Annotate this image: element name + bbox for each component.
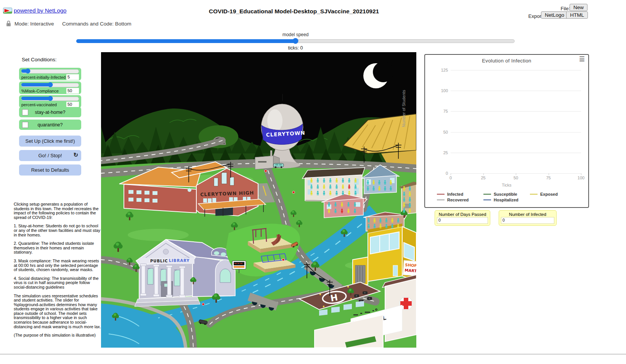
x-tick-50: 50 [510, 176, 522, 180]
set-conditions-heading: Set Conditions: [22, 57, 57, 62]
world-view[interactable]: CLERYTOWN CLERYTOWN HIGH [101, 52, 416, 348]
x-tick-100: 100 [575, 176, 587, 180]
condition-sliders: percent-initially-Infected5%Mask-Complia… [19, 68, 81, 109]
legend-swatch [437, 194, 445, 195]
slider-thumb[interactable] [26, 69, 30, 73]
legend-label: Hospitalized [494, 198, 518, 202]
gridline-y-125 [451, 70, 581, 70]
description-paragraph: 2. Quarantine: The infected students iso… [14, 241, 101, 255]
powered-by-netlogo-link[interactable]: powered by NetLogo [3, 7, 66, 14]
model-speed-label: model speed [76, 32, 515, 37]
legend-item-hospitalized: Hospitalized [483, 198, 530, 202]
commands-code-label: Commands and Code: Bottom [62, 21, 132, 27]
condition-checkboxes: stay-at-home?quarantine? [19, 107, 81, 132]
control-button-2[interactable]: Reset to Defaults [19, 164, 81, 176]
slider-widget-2: percent-vaccinated50 [19, 95, 81, 108]
button-label: Reset to Defaults [31, 167, 69, 173]
x-tickmark-25 [483, 173, 484, 175]
legend-item-recovered: Recovered [437, 198, 483, 202]
action-buttons: Set Up (Click me first!)Go! / Stop!↻Rese… [19, 136, 81, 179]
playground [226, 224, 300, 277]
button-label: Set Up (Click me first!) [25, 138, 75, 144]
description-paragraph: 3. Mask compliance: The mask wearing res… [14, 259, 101, 272]
file-new-button[interactable]: New [570, 4, 587, 11]
control-button-1[interactable]: Go! / Stop!↻ [19, 150, 81, 161]
slider-thumb[interactable] [48, 96, 53, 101]
model-description: Clicking setup generates a population of… [14, 202, 101, 342]
model-speed-thumb[interactable] [293, 38, 299, 44]
monitor-value: 0 [501, 217, 554, 224]
x-axis-label: Ticks [425, 183, 588, 187]
monitor-title: Number of Infected [499, 212, 556, 217]
checkbox-widget-0: stay-at-home? [19, 107, 81, 117]
gridline-y-100 [451, 91, 581, 91]
legend-swatch [530, 194, 538, 195]
netlogo-flag-icon [3, 8, 12, 14]
plot-area: 12510075502500255075100 [451, 70, 581, 173]
gridline-y-50 [451, 132, 581, 133]
slider-label-row: percent-vaccinated50 [21, 102, 79, 107]
y-tick-0: 0 [433, 171, 448, 176]
mode-label: Mode: Interactive [14, 21, 54, 27]
checkbox-widget-1: quarantine? [19, 120, 81, 130]
slider-track[interactable] [21, 97, 79, 101]
ticks-counter: ticks: 0 [76, 45, 515, 51]
lock-icon [6, 20, 11, 27]
slider-value-input[interactable]: 5 [66, 74, 79, 80]
model-speed-fill [76, 39, 296, 43]
file-label: File: [560, 6, 570, 11]
x-tick-25: 25 [478, 176, 489, 180]
y-tick-75: 75 [433, 109, 448, 113]
shop-label-line2: MART [404, 268, 416, 273]
page-title: COVID-19_Educational Model-Desktop_SJVac… [209, 8, 379, 15]
y-axis-label: Number of Students [401, 86, 406, 131]
slider-track[interactable] [21, 83, 79, 87]
description-paragraph: 1. Stay-at-home: Students do not go to s… [14, 224, 101, 237]
description-paragraph: 4. Social distancing: The transmissibili… [14, 276, 101, 290]
powered-by-label: powered by NetLogo [14, 7, 66, 14]
legend-label: Susceptible [494, 192, 517, 196]
legend-label: Recovered [447, 198, 469, 202]
x-tickmark-100 [581, 173, 581, 175]
plot-legend: InfectedSusceptibleExposedRecoveredHospi… [425, 192, 588, 202]
x-tickmark-50 [516, 173, 516, 175]
gridline-y-25 [451, 153, 581, 153]
slider-thumb[interactable] [48, 82, 53, 87]
slider-label-row: percent-initially-Infected5 [21, 74, 79, 80]
slider-fill [21, 97, 50, 100]
description-paragraph: (The purpose of this simulation is illus… [14, 333, 101, 338]
checkbox-label: quarantine? [19, 120, 81, 130]
model-speed-slider[interactable] [76, 39, 515, 43]
monitor-number-infected: Number of Infected0 [499, 210, 557, 226]
button-label: Go! / Stop! [38, 153, 62, 158]
y-tick-25: 25 [433, 150, 448, 155]
slider-value-input[interactable]: 50 [66, 88, 79, 94]
model-speed-widget: model speed ticks: 0 [76, 32, 515, 51]
slider-track[interactable] [21, 69, 79, 73]
slider-label: percent-vaccinated [21, 102, 66, 107]
plot-title: Evolution of Infection [425, 58, 588, 64]
slider-widget-0: percent-initially-Infected5 [19, 68, 81, 80]
monitor-days-passed: Number of Days Passed0 [435, 210, 490, 226]
export-html-button[interactable]: HTML [566, 11, 588, 19]
description-paragraph: The simulation uses representative sched… [14, 294, 101, 329]
monitor-value: 0 [437, 217, 488, 224]
legend-item-infected: Infected [437, 192, 483, 196]
teal-car [273, 163, 284, 168]
description-paragraph: Clicking setup generates a population of… [14, 202, 101, 220]
x-tick-0: 0 [445, 176, 456, 180]
slider-label: percent-initially-Infected [21, 75, 66, 80]
legend-swatch [437, 200, 445, 200]
slider-value-input[interactable]: 50 [66, 102, 79, 107]
legend-item-susceptible: Susceptible [483, 192, 530, 196]
command-center-divider [0, 354, 626, 355]
legend-swatch [483, 200, 491, 200]
x-tickmark-75 [549, 173, 549, 175]
control-button-0[interactable]: Set Up (Click me first!) [19, 136, 81, 147]
house-tan-right [399, 182, 416, 214]
legend-item-exposed: Exposed [530, 192, 576, 196]
export-netlogo-button[interactable]: NetLogo [541, 11, 568, 19]
legend-label: Exposed [540, 192, 558, 196]
legend-label: Infected [447, 192, 463, 196]
plot-menu-icon[interactable]: ☰ [579, 56, 585, 62]
